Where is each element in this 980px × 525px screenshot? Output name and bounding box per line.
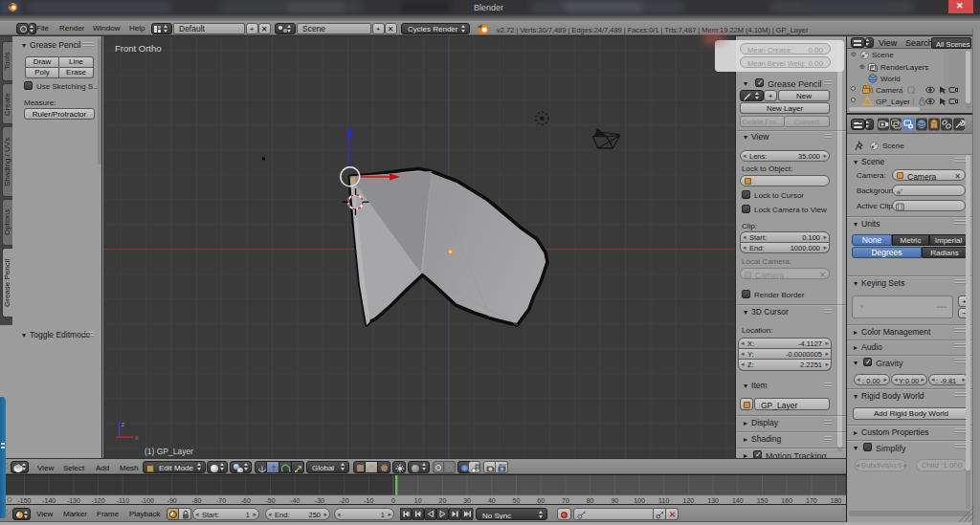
svg-text:40: 40 (488, 497, 496, 504)
svg-text:90: 90 (611, 497, 618, 504)
svg-text:30: 30 (463, 497, 471, 504)
svg-text:0: 0 (391, 497, 395, 504)
svg-text:Front Ortho: Front Ortho (115, 43, 162, 54)
svg-text:-110: -110 (117, 497, 130, 504)
svg-text:150: 150 (757, 497, 768, 504)
svg-text:-70: -70 (216, 497, 226, 504)
svg-text:-90: -90 (167, 497, 177, 504)
svg-text:10: 10 (414, 497, 422, 504)
svg-text:170: 170 (806, 497, 817, 504)
svg-text:-150: -150 (17, 497, 31, 504)
svg-text:-40: -40 (290, 497, 300, 504)
svg-text:-130: -130 (67, 497, 80, 504)
svg-text:z: z (122, 421, 124, 427)
svg-text:60: 60 (537, 497, 545, 504)
svg-text:-80: -80 (191, 497, 201, 504)
svg-text:-10: -10 (364, 497, 373, 504)
svg-text:110: 110 (658, 497, 669, 504)
svg-text:-120: -120 (92, 497, 105, 504)
svg-text:-100: -100 (141, 497, 154, 504)
svg-text:180: 180 (831, 497, 842, 504)
svg-text:x: x (135, 434, 139, 441)
svg-text:-30: -30 (315, 497, 324, 504)
svg-text:70: 70 (562, 497, 569, 504)
svg-text:100: 100 (634, 497, 645, 504)
svg-text:(1) GP_Layer: (1) GP_Layer (145, 447, 193, 456)
svg-text:50: 50 (513, 497, 521, 504)
svg-text:-140: -140 (42, 497, 56, 504)
svg-text:20: 20 (439, 497, 447, 504)
svg-text:160: 160 (781, 497, 792, 504)
svg-text:-60: -60 (241, 497, 251, 504)
svg-text:-50: -50 (265, 497, 275, 504)
svg-text:-20: -20 (340, 497, 349, 504)
svg-text:130: 130 (707, 497, 719, 504)
svg-text:80: 80 (587, 497, 594, 504)
svg-text:120: 120 (683, 497, 695, 504)
svg-text:140: 140 (732, 497, 744, 504)
